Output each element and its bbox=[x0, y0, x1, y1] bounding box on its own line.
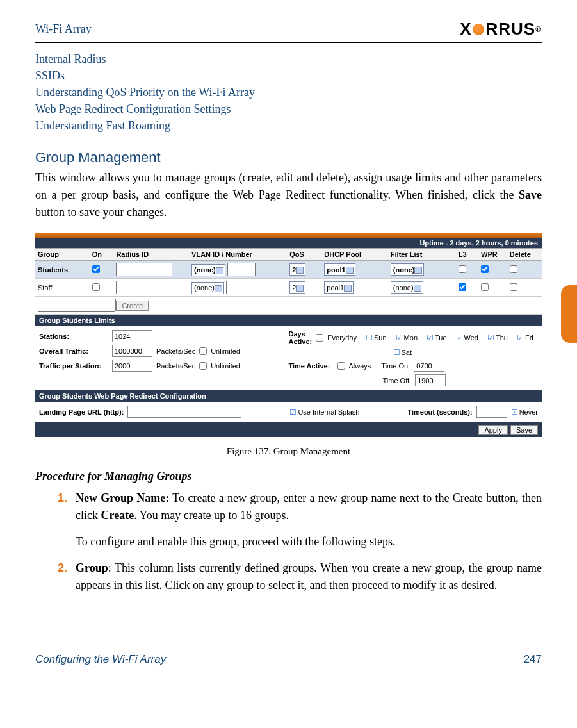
cell-on bbox=[90, 261, 114, 279]
logo-text-suffix: RRUS bbox=[485, 19, 535, 39]
uptime-label: Uptime - 2 days, 2 hours, 0 minutes bbox=[35, 238, 542, 248]
perstation-input[interactable] bbox=[112, 360, 152, 372]
l3-checkbox[interactable] bbox=[459, 283, 466, 291]
perstation-unlimited-checkbox[interactable] bbox=[199, 362, 207, 370]
overall-unlimited-label: Unlimited bbox=[211, 347, 240, 355]
section-paragraph: This window allows you to manage groups … bbox=[35, 169, 542, 221]
col-group: Group bbox=[35, 249, 90, 261]
cell-radius bbox=[113, 279, 189, 297]
cell-vlan: (none) bbox=[189, 261, 287, 279]
dhcp-select[interactable]: pool1 bbox=[324, 263, 355, 276]
link-web-page-redirect[interactable]: Web Page Redirect Configuration Settings bbox=[35, 103, 231, 115]
perstation-unit: Packets/Sec bbox=[156, 362, 195, 370]
delete-checkbox[interactable] bbox=[510, 265, 517, 273]
limits-panel: Stations: Overall Traffic: Packets/Sec U… bbox=[35, 326, 542, 390]
link-fast-roaming[interactable]: Understanding Fast Roaming bbox=[35, 119, 170, 132]
time-active-label: Time Active: bbox=[289, 362, 334, 370]
col-filter: Filter List bbox=[388, 249, 456, 261]
vlan-select[interactable]: (none) bbox=[191, 264, 225, 276]
days-active-label: Days Active: bbox=[289, 330, 313, 345]
radius-input[interactable] bbox=[116, 263, 172, 276]
apply-button[interactable]: Apply bbox=[478, 425, 508, 435]
delete-checkbox[interactable] bbox=[510, 283, 517, 291]
cell-radius bbox=[113, 261, 189, 279]
logo-dot-icon bbox=[473, 24, 484, 35]
para-pre: This window allows you to manage groups … bbox=[35, 171, 542, 201]
everyday-checkbox[interactable] bbox=[316, 334, 323, 342]
link-internal-radius[interactable]: Internal Radius bbox=[35, 53, 106, 65]
vlan-number-input[interactable] bbox=[226, 281, 254, 294]
landing-url-input[interactable] bbox=[127, 406, 241, 418]
col-del: Delete bbox=[507, 249, 542, 261]
day-sun[interactable]: Sun bbox=[366, 333, 387, 342]
overall-traffic-label: Overall Traffic: bbox=[39, 347, 108, 355]
cell-del bbox=[507, 279, 542, 297]
col-l3: L3 bbox=[456, 249, 478, 261]
day-fri[interactable]: Fri bbox=[517, 333, 533, 342]
filter-select[interactable]: (none) bbox=[391, 281, 423, 294]
filter-select[interactable]: (none) bbox=[391, 263, 425, 276]
cell-group: Students bbox=[35, 261, 90, 279]
day-thu[interactable]: Thu bbox=[487, 333, 508, 342]
timeout-input[interactable] bbox=[476, 406, 507, 418]
dhcp-select[interactable]: pool1 bbox=[324, 281, 354, 294]
vlan-select[interactable]: (none) bbox=[191, 282, 224, 294]
table-header-row: Group On Radius ID VLAN ID / Number QoS … bbox=[35, 249, 542, 261]
internal-splash-checkbox[interactable]: Use Internal Splash bbox=[289, 408, 359, 417]
qos-select[interactable]: 2 bbox=[289, 263, 305, 276]
link-ssids[interactable]: SSIDs bbox=[35, 69, 65, 82]
para-post: button to save your changes. bbox=[35, 206, 167, 219]
wpr-checkbox[interactable] bbox=[481, 265, 489, 273]
groups-table: Group On Radius ID VLAN ID / Number QoS … bbox=[35, 248, 542, 315]
on-checkbox[interactable] bbox=[92, 283, 100, 291]
day-tue[interactable]: Tue bbox=[427, 333, 447, 342]
time-off-input[interactable] bbox=[415, 374, 446, 386]
qos-select[interactable]: 2 bbox=[289, 281, 305, 294]
l3-checkbox[interactable] bbox=[459, 265, 466, 273]
timeout-label: Timeout (seconds): bbox=[407, 408, 472, 416]
cell-qos: 2 bbox=[287, 261, 321, 279]
overall-unit: Packets/Sec bbox=[156, 347, 195, 355]
cell-wpr bbox=[478, 261, 507, 279]
save-button[interactable]: Save bbox=[510, 425, 538, 435]
overall-traffic-input[interactable] bbox=[112, 345, 152, 357]
new-group-input[interactable] bbox=[38, 299, 116, 312]
col-qos: QoS bbox=[287, 249, 321, 261]
on-checkbox[interactable] bbox=[92, 265, 100, 273]
wpr-checkbox[interactable] bbox=[481, 283, 489, 291]
overall-unlimited-checkbox[interactable] bbox=[199, 347, 207, 355]
stations-input[interactable] bbox=[112, 330, 152, 342]
procedure-step-2: Group: This column lists currently defin… bbox=[70, 559, 542, 594]
vlan-number-input[interactable] bbox=[227, 263, 256, 276]
col-wpr: WPR bbox=[478, 249, 507, 261]
link-qos-priority[interactable]: Understanding QoS Priority on the Wi-Fi … bbox=[35, 86, 255, 99]
time-on-input[interactable] bbox=[414, 360, 444, 372]
table-row[interactable]: Staff (none) 2 pool1 (none) bbox=[35, 279, 542, 297]
cell-filter: (none) bbox=[388, 279, 456, 297]
see-also-links: Internal Radius SSIDs Understanding QoS … bbox=[35, 51, 542, 134]
col-vlan: VLAN ID / Number bbox=[189, 249, 287, 261]
button-row: Apply Save bbox=[35, 422, 542, 437]
section-heading: Group Management bbox=[35, 149, 542, 166]
cell-l3 bbox=[456, 279, 478, 297]
step1-para2: To configure and enable this group, proc… bbox=[76, 533, 542, 550]
procedure-list: New Group Name: To create a new group, e… bbox=[35, 490, 542, 594]
step2-bold: Group bbox=[76, 561, 108, 574]
cell-dhcp: pool1 bbox=[321, 261, 388, 279]
radius-input[interactable] bbox=[116, 281, 172, 294]
group-management-screenshot: Uptime - 2 days, 2 hours, 0 minutes Grou… bbox=[35, 233, 542, 437]
step1-text2: . You may create up to 16 groups. bbox=[134, 509, 289, 522]
wpr-section-bar: Group Students Web Page Redirect Configu… bbox=[35, 390, 542, 402]
always-checkbox[interactable] bbox=[337, 362, 345, 370]
table-row[interactable]: Students (none) 2 pool1 (none) bbox=[35, 261, 542, 279]
day-wed[interactable]: Wed bbox=[456, 333, 478, 342]
day-mon[interactable]: Mon bbox=[396, 333, 418, 342]
create-cell: Create bbox=[113, 297, 542, 315]
table-row-create: Create bbox=[35, 297, 542, 315]
day-sat[interactable]: Sat bbox=[393, 348, 412, 357]
create-button[interactable]: Create bbox=[116, 301, 149, 311]
cell-vlan: (none) bbox=[189, 279, 287, 297]
perstation-unlimited-label: Unlimited bbox=[211, 362, 240, 370]
col-on: On bbox=[90, 249, 114, 261]
never-checkbox[interactable]: Never bbox=[511, 408, 538, 417]
